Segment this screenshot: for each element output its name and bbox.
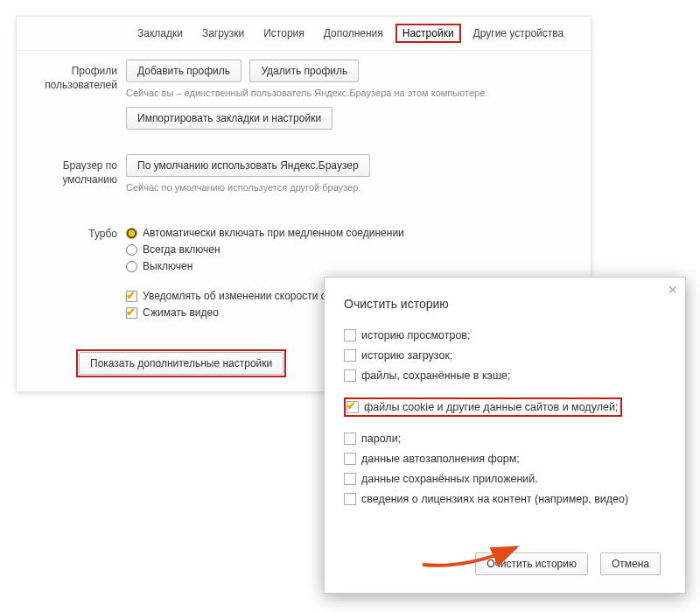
nav-item-1[interactable]: Загрузки [195, 24, 251, 43]
default-browser-label: Браузер по умолчанию [17, 154, 126, 201]
turbo-radio-1[interactable]: Всегда включен [126, 243, 573, 256]
profiles-hint: Сейчас вы – единственный пользователь Ян… [126, 88, 573, 98]
set-default-button[interactable]: По умолчанию использовать Яндекс.Браузер [126, 154, 370, 177]
clear-option-3[interactable]: файлы cookie и другие данные сайтов и мо… [344, 397, 622, 417]
show-advanced-button[interactable]: Показать дополнительные настройки [79, 352, 284, 375]
clear-option-5[interactable]: данные автозаполнения форм; [344, 453, 666, 465]
add-profile-button[interactable]: Добавить профиль [126, 60, 242, 82]
nav-item-4[interactable]: Настройки [396, 24, 461, 43]
import-button[interactable]: Импортировать закладки и настройки [126, 107, 332, 130]
nav-item-0[interactable]: Закладки [130, 24, 190, 43]
clear-option-6[interactable]: данные сохранённых приложений. [344, 473, 666, 485]
clear-option-7[interactable]: сведения о лицензиях на контент (наприме… [344, 493, 666, 505]
clear-option-1[interactable]: историю загрузок; [344, 349, 666, 362]
clear-history-button[interactable]: Очистить историю [475, 552, 588, 575]
default-browser-hint: Сейчас по умолчанию используется другой … [126, 182, 573, 193]
clear-option-2[interactable]: файлы, сохранённые в кэше; [344, 369, 666, 382]
dialog-body: историю просмотров;историю загрузок;файл… [325, 329, 685, 505]
dialog-title: Очистить историю [325, 278, 685, 321]
clear-option-0[interactable]: историю просмотров; [344, 329, 666, 341]
default-browser-section: Браузер по умолчанию По умолчанию исполь… [17, 145, 591, 201]
remove-profile-button[interactable]: Удалить профиль [249, 60, 359, 82]
top-nav: ЗакладкиЗагрузкиИсторияДополненияНастрой… [17, 17, 591, 51]
turbo-label: Турбо [17, 222, 126, 323]
profiles-section: Профили пользователей Добавить профиль У… [17, 51, 591, 130]
dialog-footer: Очистить историю Отмена [475, 552, 666, 575]
nav-item-2[interactable]: История [256, 24, 312, 43]
profiles-label: Профили пользователей [17, 60, 126, 130]
clear-history-dialog: ✕ Очистить историю историю просмотров;ис… [324, 277, 686, 594]
close-icon[interactable]: ✕ [668, 283, 678, 297]
nav-item-5[interactable]: Другие устройства [466, 24, 571, 43]
clear-option-4[interactable]: пароли; [344, 433, 666, 445]
turbo-radio-0[interactable]: Автоматически включать при медленном сое… [126, 227, 573, 239]
cancel-button[interactable]: Отмена [600, 552, 661, 575]
nav-item-3[interactable]: Дополнения [317, 24, 390, 43]
turbo-radio-2[interactable]: Выключен [126, 260, 573, 272]
